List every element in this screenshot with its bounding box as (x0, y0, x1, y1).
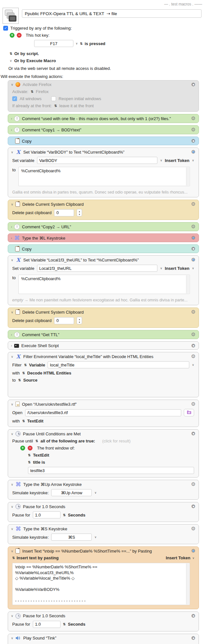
variable-value-textarea[interactable]: %CurrentClipboard% (18, 275, 190, 294)
remove-trigger-icon[interactable]: − (17, 33, 22, 38)
gear-icon[interactable]: ⚙ (191, 548, 196, 554)
macro-title-input[interactable] (22, 9, 201, 18)
chevron-down-icon[interactable]: ∨ (94, 535, 97, 539)
gear-icon[interactable]: ⚙ (191, 82, 196, 87)
action-delete-clipboard[interactable]: ∨ Delete Current System Clipboard ⚙ Dele… (8, 308, 199, 328)
action-insert-text[interactable]: ∨ Insert Text “\ntxip == %NumberDate% %S… (8, 546, 199, 609)
hot-key-input[interactable] (34, 40, 73, 47)
gear-icon[interactable]: ⚙ (191, 343, 196, 348)
disclosure-chevron[interactable]: ∨ (11, 483, 13, 486)
or-by-execute-macro-label[interactable]: Or by Execute Macro (14, 58, 56, 63)
open-with-popup[interactable]: TextEdit (27, 419, 43, 423)
macro-icon[interactable] (3, 8, 19, 24)
front-popup[interactable]: leave it at the front (59, 103, 94, 108)
disclosure-chevron[interactable]: › (11, 128, 12, 132)
title-value-input[interactable] (28, 467, 194, 474)
gear-icon[interactable]: ⚙ (191, 401, 196, 407)
delete-count-input[interactable] (54, 209, 74, 216)
add-condition-icon[interactable]: + (20, 446, 25, 450)
gear-icon[interactable]: ⚙ (191, 257, 196, 262)
insert-token-menu[interactable]: Insert Token (165, 158, 189, 163)
variable-name-input[interactable] (37, 265, 158, 272)
disclosure-chevron[interactable]: ∨ (11, 614, 13, 618)
activate-app-popup[interactable]: Firefox (36, 89, 49, 94)
filter-with-popup[interactable]: Decode HTML Entities (27, 371, 71, 375)
disclosure-chevron[interactable]: ∨ (11, 83, 13, 86)
chevron-down-icon[interactable]: ∨ (94, 491, 97, 494)
disclosure-chevron[interactable]: ∨ (11, 505, 13, 508)
triggered-checkbox[interactable]: ✓ (3, 26, 8, 31)
chevron-down-icon[interactable]: ∨ (10, 59, 12, 62)
insert-token-menu[interactable]: Insert Token (165, 266, 189, 271)
chevron-down-icon[interactable]: ∨ (192, 363, 194, 366)
gear-icon[interactable]: ⚙ (191, 235, 196, 241)
action-pause[interactable]: ∨ Pause for 1.0 Seconds ⚙ Pause for ⇅ Se… (8, 611, 199, 631)
disclosure-chevron[interactable]: › (11, 117, 12, 120)
title-condition-popup[interactable]: title is (33, 460, 45, 465)
remove-condition-icon[interactable]: − (28, 446, 33, 450)
gear-icon[interactable]: ⚙ (191, 246, 196, 251)
gear-icon[interactable]: ⚙ (191, 127, 196, 132)
filter-variable-input[interactable] (48, 361, 189, 368)
hot-key-condition-popup[interactable]: is pressed (85, 41, 105, 46)
open-path-input[interactable] (25, 409, 181, 416)
add-trigger-icon[interactable]: + (10, 33, 14, 38)
stepper-control[interactable]: ▴▾ (77, 317, 82, 324)
pause-duration-input[interactable] (33, 621, 61, 628)
variable-value-textarea[interactable]: %CurrentClipboard% (18, 167, 190, 186)
stepper-control[interactable]: ▴▾ (77, 209, 82, 216)
gear-icon[interactable]: ⚙ (191, 354, 196, 359)
insert-mode-popup[interactable]: Insert text by pasting (16, 555, 59, 560)
chevron-down-icon[interactable]: ∨ (160, 159, 162, 162)
condition-popup[interactable]: all of the following are true: (41, 439, 95, 443)
insert-token-menu[interactable]: Insert Token (166, 555, 190, 560)
disclosure-chevron[interactable]: ∨ (11, 549, 13, 553)
gear-icon[interactable]: ⚙ (191, 149, 196, 155)
action-execute-shell-script[interactable]: › Execute Shell Script ⚙ (8, 341, 199, 350)
keystroke-input[interactable] (51, 489, 92, 496)
chevron-down-icon[interactable]: ∨ (76, 42, 78, 45)
gear-icon[interactable]: ⚙ (191, 116, 196, 121)
gear-icon[interactable]: ⚙ (191, 431, 196, 436)
action-comment[interactable]: › ! Comment “Copy1 → BODYtext” ⚙ (8, 125, 199, 134)
action-play-sound[interactable]: ∨ Play Sound “Tink” ⚙ Play sound ⇅ Tink … (8, 634, 199, 644)
disclosure-chevron[interactable]: ∨ (11, 636, 13, 640)
disclosure-chevron[interactable]: › (11, 225, 12, 229)
disclosure-chevron[interactable]: ∨ (11, 203, 13, 206)
pause-unit-popup[interactable]: Seconds (68, 513, 85, 517)
reopen-windows-checkbox[interactable] (51, 96, 56, 101)
gear-icon[interactable]: ⚙ (191, 138, 196, 144)
gear-icon[interactable]: ⚙ (191, 309, 196, 315)
pause-duration-input[interactable] (33, 511, 61, 518)
click-for-result-hint[interactable]: (click for result) (102, 439, 130, 443)
pause-unit-popup[interactable]: Seconds (68, 622, 85, 627)
action-pause-until[interactable]: ∨ Pause Until Conditions are Met ⚙ Pause… (8, 429, 199, 478)
filter-kind-popup[interactable]: Variable (29, 363, 45, 367)
action-delete-clipboard[interactable]: ∨ Delete Current System Clipboard ⚙ Dele… (8, 200, 199, 220)
action-copy[interactable]: Copy ⚙ (8, 244, 199, 253)
action-comment[interactable]: › ! Comment “Copy2 → URL” ⚙ (8, 222, 199, 231)
chevron-down-icon[interactable]: ∨ (192, 159, 194, 162)
disclosure-chevron[interactable]: ∨ (11, 310, 13, 314)
disclosure-chevron[interactable]: › (11, 344, 12, 347)
insert-text-textarea[interactable]: \ntxip == %NumberDate% %ShortTime% == %V… (12, 563, 190, 605)
action-type-keystroke[interactable]: ∨ ⌘ Type the ⌘S Keystroke ⚙ Simulate key… (8, 524, 199, 544)
choose-file-button[interactable] (184, 409, 194, 416)
chevron-down-icon[interactable]: ∨ (160, 267, 162, 270)
keystroke-input[interactable] (51, 534, 92, 541)
disclosure-chevron[interactable]: ∨ (11, 432, 13, 436)
all-windows-checkbox[interactable]: ✓ (12, 96, 17, 101)
disclosure-chevron[interactable]: ∨ (11, 258, 13, 262)
action-type-keystroke[interactable]: › ⌘ Type the ⌘L Keystroke ⚙ (8, 233, 199, 242)
chevron-down-icon[interactable]: ∨ (192, 556, 194, 560)
action-comment[interactable]: › ! Comment “Get TTL” ⚙ (8, 330, 199, 339)
gear-icon[interactable]: ⚙ (191, 332, 196, 337)
variable-name-input[interactable] (37, 157, 158, 164)
gear-icon[interactable]: ⚙ (191, 526, 196, 531)
action-set-variable[interactable]: ∨ X Set Variable “Local1f3_theURL” to Te… (8, 255, 199, 305)
action-copy[interactable]: Copy ⚙ (8, 137, 199, 145)
disclosure-chevron[interactable]: ∨ (11, 402, 13, 406)
gear-icon[interactable]: ⚙ (191, 635, 196, 641)
action-type-keystroke[interactable]: ∨ ⌘ Type the ⌘Up Arrow Keystroke ⚙ Simul… (8, 480, 199, 500)
action-activate-firefox[interactable]: ∨ Activate Firefox ⚙ Activate: ⇅ Firefox… (8, 80, 199, 112)
